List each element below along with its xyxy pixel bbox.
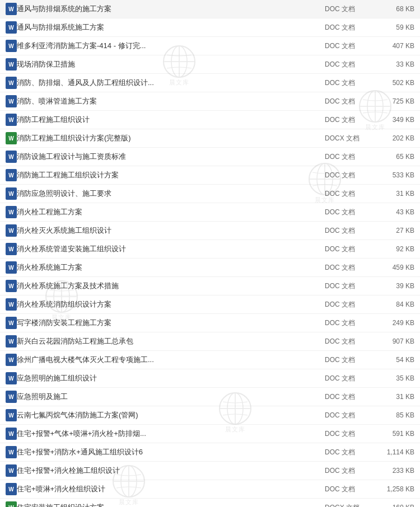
table-row[interactable]: 维多利亚湾消防施工方案-414 - 修订完... DOC 文档 407 KB [0, 37, 420, 55]
doc-icon [6, 501, 17, 507]
file-type: DOC 文档 [325, 97, 370, 106]
table-row[interactable]: 消防设施工程设计与施工资质标准 DOC 文档 65 KB [0, 148, 420, 166]
table-row[interactable]: 消防工程施工组织设计方案(完整版) DOCX 文档 202 KB [0, 129, 420, 148]
table-row[interactable]: 应急照明及施工 DOC 文档 31 KB [0, 388, 420, 406]
doc-icon [6, 280, 17, 292]
table-row[interactable]: 消防工程施工组织设计 DOC 文档 349 KB [0, 111, 420, 129]
doc-icon [6, 114, 17, 126]
table-row[interactable]: 消防应急照明设计、施工要求 DOC 文档 31 KB [0, 185, 420, 203]
file-type: DOC 文档 [325, 263, 370, 273]
table-row[interactable]: 消火栓系统消防组织设计方案 DOC 文档 84 KB [0, 295, 420, 314]
doc-icon [6, 132, 17, 144]
doc-icon [6, 483, 17, 495]
file-name: 消火栓系统管道安装施工组织设计 [17, 244, 325, 254]
file-size: 68 KB [370, 5, 414, 13]
file-type: DOC 文档 [325, 392, 370, 402]
file-name: 消火栓系统施工方案 [17, 262, 325, 273]
table-row[interactable]: 住宅安装施工组织设计方案 DOCX 文档 160 KB [0, 499, 420, 507]
doc-icon [6, 354, 17, 366]
table-row[interactable]: 消火栓灭火系统施工组织设计 DOC 文档 27 KB [0, 222, 420, 240]
doc-icon [6, 464, 17, 477]
table-row[interactable]: 通风与防排烟系统施工方案 DOC 文档 59 KB [0, 18, 420, 37]
file-type: DOC 文档 [325, 152, 370, 162]
file-name: 消防工程施工组织设计 [17, 115, 325, 125]
file-name: 现场消防保卫措施 [17, 59, 325, 69]
file-size: 65 KB [370, 153, 414, 161]
file-type: DOC 文档 [325, 448, 370, 457]
file-name: 新兴白云花园消防站工程施工总承包 [17, 336, 325, 346]
file-type: DOC 文档 [325, 485, 370, 494]
file-type: DOC 文档 [325, 208, 370, 217]
file-type: DOC 文档 [325, 337, 370, 346]
file-type: DOC 文档 [325, 411, 370, 420]
doc-icon [6, 317, 17, 329]
file-type: DOC 文档 [325, 78, 370, 88]
file-type: DOCX 文档 [325, 134, 370, 143]
file-size: 92 KB [370, 245, 414, 253]
table-row[interactable]: 现场消防保卫措施 DOC 文档 33 KB [0, 55, 420, 74]
table-row[interactable]: 新兴白云花园消防站工程施工总承包 DOC 文档 907 KB [0, 332, 420, 351]
file-name: 消防设施工程设计与施工资质标准 [17, 152, 325, 162]
doc-icon [6, 335, 17, 348]
table-row[interactable]: 写字楼消防安装工程施工方案 DOC 文档 249 KB [0, 314, 420, 332]
file-type: DOC 文档 [325, 245, 370, 254]
file-type: DOC 文档 [325, 466, 370, 476]
file-size: 84 KB [370, 301, 414, 308]
table-row[interactable]: 云南七氟丙烷气体消防施工方案(管网) DOC 文档 85 KB [0, 406, 420, 425]
file-size: 349 KB [370, 116, 414, 124]
file-type: DOC 文档 [325, 189, 370, 199]
table-row[interactable]: 消火栓系统施工方案 DOC 文档 459 KB [0, 259, 420, 277]
file-name: 消防应急照明设计、施工要求 [17, 189, 325, 199]
table-row[interactable]: 住宅+喷淋+消火栓组织设计 DOC 文档 1,258 KB [0, 480, 420, 499]
file-size: 31 KB [370, 190, 414, 198]
file-size: 33 KB [370, 60, 414, 68]
file-size: 459 KB [370, 264, 414, 271]
doc-icon [6, 77, 17, 89]
file-type: DOC 文档 [325, 4, 370, 14]
table-row[interactable]: 消火栓系统管道安装施工组织设计 DOC 文档 92 KB [0, 240, 420, 259]
doc-icon [6, 261, 17, 274]
table-row[interactable]: 住宅+报警+气体+喷淋+消火栓+防排烟... DOC 文档 591 KB [0, 425, 420, 443]
file-size: 407 KB [370, 42, 414, 50]
file-name: 写字楼消防安装工程施工方案 [17, 318, 325, 328]
table-row[interactable]: 消火栓工程施工方案 DOC 文档 43 KB [0, 203, 420, 222]
file-size: 39 KB [370, 282, 414, 290]
table-row[interactable]: 消防、防排烟、通风及人防工程组织设计... DOC 文档 502 KB [0, 74, 420, 92]
file-size: 54 KB [370, 356, 414, 364]
file-size: 591 KB [370, 430, 414, 438]
file-name: 住宅+报警+气体+喷淋+消火栓+防排烟... [17, 429, 325, 439]
table-row[interactable]: 消火栓系统施工方案及技术措施 DOC 文档 39 KB [0, 277, 420, 295]
file-size: 43 KB [370, 208, 414, 216]
file-name: 住宅+报警+消防水+通风施工组织设计6 [17, 447, 325, 457]
doc-icon [6, 21, 17, 34]
table-row[interactable]: 通风与防排烟系统的施工方案 DOC 文档 68 KB [0, 0, 420, 18]
file-name: 住宅安装施工组织设计方案 [17, 503, 325, 507]
file-size: 233 KB [370, 467, 414, 475]
file-name: 通风与防排烟系统施工方案 [17, 22, 325, 32]
file-name: 云南七氟丙烷气体消防施工方案(管网) [17, 410, 325, 420]
table-row[interactable]: 应急照明的施工组织设计 DOC 文档 35 KB [0, 369, 420, 388]
file-size: 249 KB [370, 319, 414, 327]
file-size: 533 KB [370, 171, 414, 179]
doc-icon [6, 446, 17, 458]
doc-icon [6, 58, 17, 71]
doc-icon [6, 298, 17, 311]
doc-icon [6, 187, 17, 200]
file-size: 85 KB [370, 411, 414, 419]
table-row[interactable]: 消防施工工程施工组织设计方案 DOC 文档 533 KB [0, 166, 420, 185]
file-type: DOC 文档 [325, 281, 370, 291]
file-name: 消防、防排烟、通风及人防工程组织设计... [17, 78, 325, 88]
file-type: DOC 文档 [325, 429, 370, 439]
file-type: DOC 文档 [325, 41, 370, 51]
file-type: DOC 文档 [325, 60, 370, 69]
file-name: 应急照明及施工 [17, 392, 325, 402]
table-row[interactable]: 徐州广播电视大楼气体灭火工程专项施工... DOC 文档 54 KB [0, 351, 420, 369]
file-size: 1,114 KB [370, 448, 414, 456]
file-type: DOC 文档 [325, 300, 370, 309]
table-row[interactable]: 住宅+报警+消防水+通风施工组织设计6 DOC 文档 1,114 KB [0, 443, 420, 462]
table-row[interactable]: 住宅+报警+消火栓施工组织设计 DOC 文档 233 KB [0, 462, 420, 480]
table-row[interactable]: 消防、喷淋管道施工方案 DOC 文档 725 KB [0, 92, 420, 111]
file-name: 住宅+喷淋+消火栓组织设计 [17, 484, 325, 494]
file-type: DOC 文档 [325, 374, 370, 383]
file-list: 通风与防排烟系统的施工方案 DOC 文档 68 KB 通风与防排烟系统施工方案 … [0, 0, 420, 507]
